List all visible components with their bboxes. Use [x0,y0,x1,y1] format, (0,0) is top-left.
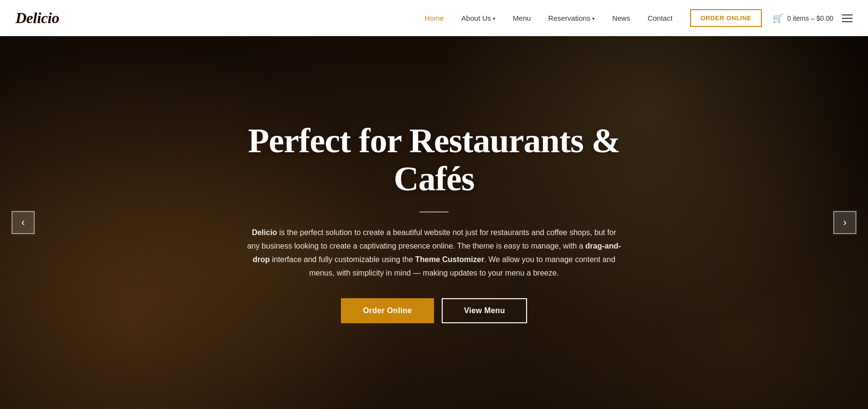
hero-title: Perfect for Restaurants & Cafés [217,122,651,198]
cart-icon: 🛒 [773,13,783,24]
site-logo[interactable]: Delicio [15,9,59,27]
nav-item-menu[interactable]: Menu [504,0,540,36]
order-online-button[interactable]: ORDER ONLINE [690,9,762,27]
chevron-down-icon: ▾ [592,16,595,21]
hero-divider [420,211,448,212]
cart-area[interactable]: 🛒 0 items – $0.00 [773,13,833,24]
hero-brand-name: Delicio [252,228,277,237]
hero-order-button[interactable]: Order Online [341,298,434,323]
hero-prev-arrow[interactable]: ‹ [12,211,35,234]
site-header: Delicio Home About Us ▾ Menu Reservation… [0,0,868,36]
chevron-down-icon: ▾ [493,16,495,21]
nav-item-home[interactable]: Home [416,0,453,36]
hero-menu-button[interactable]: View Menu [442,298,527,323]
hero-buttons: Order Online View Menu [217,298,651,323]
hero-desc-part2: interface and fully customizable using t… [270,255,416,264]
main-nav: Home About Us ▾ Menu Reservations ▾ News… [416,0,681,36]
cart-label: 0 items – $0.00 [787,14,833,22]
hero-content: Perfect for Restaurants & Cafés Delicio … [198,122,670,323]
hero-theme-customizer: Theme Customizer [415,255,484,264]
hero-next-arrow[interactable]: › [833,211,856,234]
hamburger-line [842,18,853,19]
nav-item-reservations[interactable]: Reservations ▾ [540,0,604,36]
nav-item-about[interactable]: About Us ▾ [453,0,504,36]
hero-section: ‹ Perfect for Restaurants & Cafés Delici… [0,36,868,409]
nav-item-contact[interactable]: Contact [639,0,681,36]
nav-item-news[interactable]: News [603,0,639,36]
hero-description: Delicio is the perfect solution to creat… [246,226,622,280]
hamburger-line [842,14,853,15]
hamburger-line [842,21,853,22]
hero-desc-part1: is the perfect solution to create a beau… [247,228,616,250]
hamburger-menu[interactable] [842,14,853,22]
